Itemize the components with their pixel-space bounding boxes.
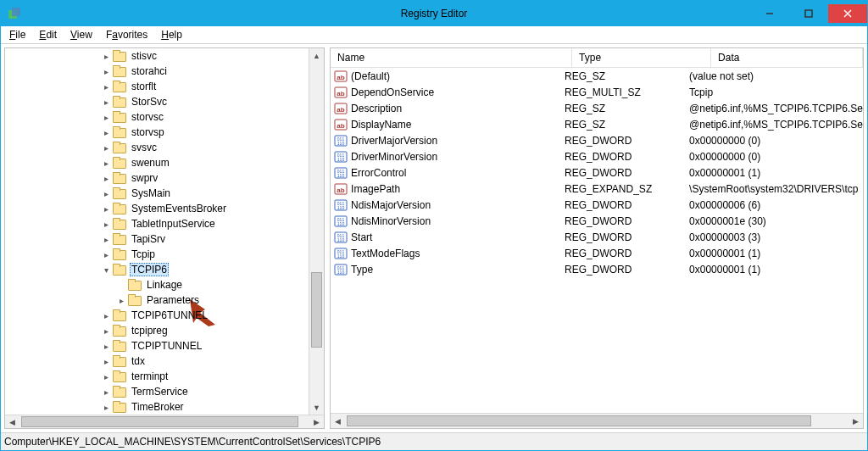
- value-type: REG_DWORD: [558, 167, 682, 179]
- chevron-right-icon[interactable]: ▸: [100, 203, 112, 214]
- tree-node[interactable]: ▸TabletInputService: [5, 216, 309, 231]
- scroll-right-icon[interactable]: ▶: [849, 414, 863, 428]
- value-row[interactable]: ab(Default)REG_SZ(value not set): [331, 68, 863, 84]
- tree-horizontal-scrollbar[interactable]: ◀ ▶: [5, 415, 324, 428]
- tree-node[interactable]: ▸tcpipreg: [5, 323, 309, 338]
- value-data: 0x00000000 (0): [682, 135, 863, 147]
- tree-node[interactable]: Linkage: [5, 277, 309, 292]
- svg-text:110: 110: [337, 173, 345, 178]
- tree-node[interactable]: ▾TCPIP6: [5, 262, 309, 277]
- tree-node[interactable]: ▸tdx: [5, 354, 309, 369]
- value-row[interactable]: abDescriptionREG_SZ@netip6.inf,%MS_TCPIP…: [331, 100, 863, 116]
- titlebar[interactable]: Registry Editor: [1, 1, 867, 26]
- tree-node[interactable]: ▸TCPIPTUNNEL: [5, 338, 309, 354]
- chevron-right-icon[interactable]: ▸: [100, 340, 112, 352]
- tree-node[interactable]: ▸storvsp: [5, 125, 309, 140]
- chevron-right-icon[interactable]: ▸: [100, 111, 112, 123]
- chevron-right-icon[interactable]: ▸: [100, 187, 112, 199]
- chevron-right-icon[interactable]: ▸: [115, 294, 127, 306]
- tree-node[interactable]: ▸stisvc: [5, 48, 309, 64]
- values-pane: Name Type Data ab(Default)REG_SZ(value n…: [330, 47, 864, 429]
- scroll-left-icon[interactable]: ◀: [5, 415, 19, 428]
- minimize-button[interactable]: [750, 4, 789, 23]
- tree-node[interactable]: ▸swprv: [5, 170, 309, 186]
- menu-view[interactable]: View: [64, 27, 99, 42]
- tree-vertical-scrollbar[interactable]: ▲ ▼: [309, 48, 324, 415]
- tree-node[interactable]: ▸SysMain: [5, 186, 309, 201]
- tree-node[interactable]: ▸TermService: [5, 384, 309, 399]
- value-type: REG_SZ: [558, 70, 682, 82]
- column-headers[interactable]: Name Type Data: [331, 48, 863, 68]
- scroll-down-icon[interactable]: ▼: [309, 400, 324, 415]
- chevron-right-icon[interactable]: ▸: [100, 65, 112, 77]
- value-row[interactable]: 011110DriverMajorVersionREG_DWORD0x00000…: [331, 132, 863, 148]
- tree-node[interactable]: ▸storflt: [5, 79, 309, 94]
- tree-node[interactable]: ▸storahci: [5, 64, 309, 79]
- value-row[interactable]: 011110DriverMinorVersionREG_DWORD0x00000…: [331, 148, 863, 164]
- chevron-right-icon[interactable]: ▸: [100, 248, 112, 260]
- tree-node[interactable]: ▸svsvc: [5, 140, 309, 155]
- value-row[interactable]: 011110StartREG_DWORD0x00000003 (3): [331, 229, 863, 245]
- chevron-right-icon[interactable]: ▸: [100, 309, 112, 321]
- tree-node[interactable]: ▸TimeBroker: [5, 399, 309, 415]
- values-horizontal-scrollbar[interactable]: ◀ ▶: [331, 413, 863, 428]
- tree-node[interactable]: ▸swenum: [5, 155, 309, 170]
- chevron-right-icon[interactable]: ▸: [100, 386, 112, 398]
- chevron-right-icon[interactable]: ▸: [100, 142, 112, 153]
- value-row[interactable]: abDisplayNameREG_SZ@netip6.inf,%MS_TCPIP…: [331, 116, 863, 132]
- menu-edit[interactable]: Edit: [32, 27, 64, 42]
- chevron-right-icon[interactable]: ▸: [100, 233, 112, 245]
- value-row[interactable]: 011110TypeREG_DWORD0x00000001 (1): [331, 261, 863, 277]
- col-name[interactable]: Name: [331, 48, 572, 67]
- binary-value-icon: 011110: [334, 231, 348, 244]
- rows-body[interactable]: ab(Default)REG_SZ(value not set)abDepend…: [331, 68, 863, 413]
- tree-node-label: TabletInputService: [130, 218, 217, 230]
- tree-node-label: SystemEventsBroker: [130, 203, 228, 214]
- folder-icon: [113, 65, 126, 77]
- close-button[interactable]: [828, 4, 867, 23]
- col-type[interactable]: Type: [572, 48, 711, 67]
- tree-node[interactable]: ▸TapiSrv: [5, 231, 309, 247]
- scroll-up-icon[interactable]: ▲: [309, 48, 324, 63]
- chevron-down-icon[interactable]: ▾: [100, 264, 112, 276]
- chevron-right-icon[interactable]: ▸: [100, 157, 112, 169]
- chevron-right-icon[interactable]: ▸: [100, 50, 112, 62]
- menu-help[interactable]: Help: [154, 27, 189, 42]
- value-type: REG_DWORD: [558, 264, 682, 276]
- maximize-button[interactable]: [789, 4, 828, 23]
- svg-text:110: 110: [337, 205, 345, 210]
- chevron-right-icon[interactable]: ▸: [100, 172, 112, 184]
- chevron-right-icon[interactable]: ▸: [100, 81, 112, 92]
- scroll-right-icon[interactable]: ▶: [309, 415, 324, 428]
- tree-node[interactable]: ▸TCPIP6TUNNEL: [5, 308, 309, 323]
- tree-node[interactable]: ▸terminpt: [5, 369, 309, 384]
- tree-node[interactable]: ▸Tcpip: [5, 247, 309, 262]
- value-row[interactable]: abImagePathREG_EXPAND_SZ\SystemRoot\syst…: [331, 181, 863, 197]
- menu-file[interactable]: File: [3, 27, 32, 42]
- chevron-right-icon[interactable]: ▸: [100, 218, 112, 230]
- app-icon: [6, 5, 23, 22]
- value-row[interactable]: 011110ErrorControlREG_DWORD0x00000001 (1…: [331, 164, 863, 181]
- value-row[interactable]: 011110NdisMajorVersionREG_DWORD0x0000000…: [331, 197, 863, 213]
- chevron-right-icon[interactable]: ▸: [100, 96, 112, 108]
- tree-body[interactable]: ▸stisvc▸storahci▸storflt▸StorSvc▸storvsc…: [5, 48, 309, 415]
- scroll-left-icon[interactable]: ◀: [331, 414, 345, 428]
- folder-icon: [113, 172, 126, 184]
- tree-node[interactable]: ▸storvsc: [5, 109, 309, 125]
- value-name: DependOnService: [351, 86, 434, 98]
- value-row[interactable]: 011110TextModeFlagsREG_DWORD0x00000001 (…: [331, 245, 863, 261]
- tree-node-label: storflt: [130, 81, 158, 92]
- chevron-right-icon[interactable]: ▸: [100, 401, 112, 413]
- chevron-right-icon[interactable]: ▸: [100, 325, 112, 337]
- chevron-right-icon[interactable]: ▸: [100, 370, 112, 382]
- tree-node[interactable]: ▸Parameters: [5, 292, 309, 308]
- menu-favorites[interactable]: Favorites: [99, 27, 154, 42]
- value-row[interactable]: 011110NdisMinorVersionREG_DWORD0x0000001…: [331, 213, 863, 229]
- col-data[interactable]: Data: [711, 48, 863, 67]
- value-data: 0x0000001e (30): [682, 215, 863, 227]
- tree-node[interactable]: ▸StorSvc: [5, 94, 309, 109]
- value-row[interactable]: abDependOnServiceREG_MULTI_SZTcpip: [331, 84, 863, 100]
- chevron-right-icon[interactable]: ▸: [100, 355, 112, 367]
- chevron-right-icon[interactable]: ▸: [100, 126, 112, 138]
- tree-node[interactable]: ▸SystemEventsBroker: [5, 201, 309, 216]
